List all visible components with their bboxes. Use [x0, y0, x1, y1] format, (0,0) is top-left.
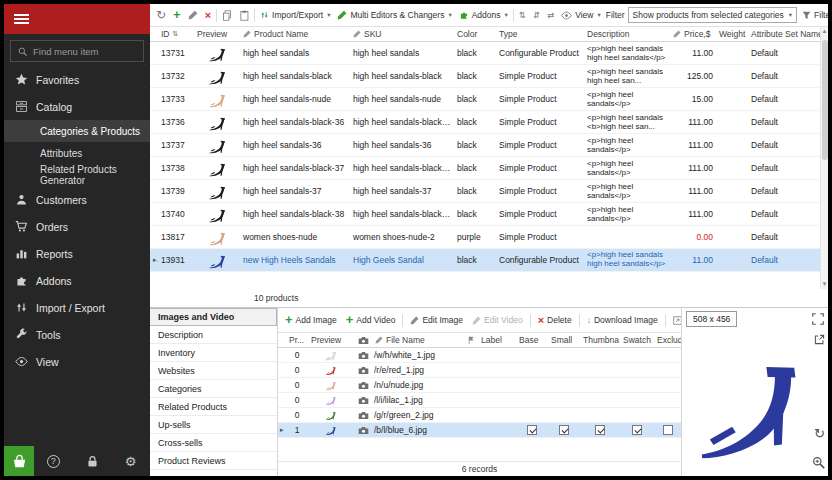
- column-header-description[interactable]: Description: [584, 29, 670, 39]
- import-export-menu[interactable]: Import/Export▾: [258, 9, 332, 21]
- column-header-id[interactable]: ID⇅: [158, 29, 194, 39]
- copy-button[interactable]: [220, 9, 234, 22]
- main-menu-button[interactable]: [4, 4, 150, 34]
- tab-up-sells[interactable]: Up-sells: [150, 416, 277, 434]
- menu-search-input[interactable]: Find menu item: [10, 40, 144, 62]
- sidebar-item-favorites[interactable]: Favorites: [4, 66, 150, 93]
- swatch-checkbox[interactable]: [632, 425, 642, 435]
- sidebar-item-tools[interactable]: Tools: [4, 321, 150, 348]
- image-row[interactable]: 0 /l/i/lilac_1.jpg: [278, 393, 681, 408]
- filters-menu[interactable]: Filters▾: [800, 9, 828, 21]
- view-menu[interactable]: View▾: [559, 9, 603, 22]
- edit-product-button[interactable]: [186, 9, 200, 21]
- image-row[interactable]: 0 /r/e/red_1.jpg: [278, 363, 681, 378]
- grouping-button[interactable]: ⇄: [545, 9, 556, 21]
- sidebar-item-categories-products[interactable]: Categories & Products: [4, 120, 150, 142]
- addons-menu[interactable]: Addons▾: [457, 9, 510, 21]
- lock-button[interactable]: [73, 455, 112, 468]
- sidebar-item-orders[interactable]: Orders: [4, 213, 150, 240]
- product-row[interactable]: 13739 high heel sandals-37high heel sand…: [150, 180, 820, 203]
- sidebar-item-catalog[interactable]: Catalog: [4, 93, 150, 120]
- category-filter-select[interactable]: Show products from selected categories ▾: [628, 7, 797, 23]
- tab-product-reviews[interactable]: Product Reviews: [150, 452, 277, 470]
- open-external-button[interactable]: [814, 334, 825, 345]
- column-header-label[interactable]: Label: [478, 335, 516, 345]
- sidebar-item-view[interactable]: View: [4, 348, 150, 375]
- sidebar-item-reports[interactable]: Reports: [4, 240, 150, 267]
- column-header-small[interactable]: Small: [548, 335, 580, 345]
- scrollbar-thumb[interactable]: [822, 40, 828, 160]
- help-button[interactable]: ?: [34, 455, 73, 468]
- column-header-attribute-set[interactable]: Attribute Set Name: [748, 29, 820, 39]
- thumbnail-checkbox[interactable]: [595, 425, 605, 435]
- paste-button[interactable]: [237, 9, 251, 22]
- product-row[interactable]: 13736 high heel sandals-black-36high hee…: [150, 111, 820, 134]
- column-header-weight[interactable]: Weight: [716, 29, 748, 39]
- zoom-image-button[interactable]: [812, 456, 825, 469]
- set-resize-rule-button[interactable]: Set Resize Rule: [671, 314, 681, 326]
- image-row[interactable]: 0 /w/h/white_1.jpg: [278, 348, 681, 363]
- row-expander[interactable]: ▸: [278, 426, 286, 434]
- column-header-price[interactable]: Price,$: [670, 29, 716, 39]
- sort-descending-button[interactable]: ⇵: [531, 9, 542, 21]
- tab-images-and-video[interactable]: Images and Video: [150, 308, 277, 326]
- download-image-button[interactable]: ↓Download Image: [585, 314, 660, 326]
- column-header-product-name[interactable]: Product Name: [240, 29, 350, 39]
- tab-inventory[interactable]: Inventory: [150, 344, 277, 362]
- exclude-checkbox[interactable]: [663, 425, 673, 435]
- add-video-button[interactable]: +Add Video: [344, 314, 398, 326]
- product-row[interactable]: 13740 high heel sandals-black-38high hee…: [150, 203, 820, 226]
- edit-video-button[interactable]: Edit Video: [470, 314, 525, 326]
- delete-product-button[interactable]: ×: [203, 9, 213, 22]
- product-row[interactable]: 13732 high heel sandals-blackhigh heel s…: [150, 65, 820, 88]
- product-row[interactable]: 13738 high heel sandals-black-37high hee…: [150, 157, 820, 180]
- column-header-thumbnail[interactable]: Thumbna: [580, 335, 620, 345]
- column-header-sku[interactable]: SKU: [350, 29, 454, 39]
- sidebar-item-customers[interactable]: Customers: [4, 186, 150, 213]
- camera-column-header[interactable]: [354, 336, 372, 345]
- preview-image-area[interactable]: [682, 330, 828, 476]
- tab-websites[interactable]: Websites: [150, 362, 277, 380]
- sidebar-item-addons[interactable]: Addons: [4, 267, 150, 294]
- product-row[interactable]: 13817 women shoes-nudewomen shoes-nude-2…: [150, 226, 820, 249]
- sidebar-item-import-export[interactable]: Import / Export: [4, 294, 150, 321]
- column-header-exclude[interactable]: Exclude: [654, 335, 681, 345]
- tab-description[interactable]: Description: [150, 326, 277, 344]
- image-row[interactable]: 0 /n/u/nude.jpg: [278, 378, 681, 393]
- rotate-image-button[interactable]: ↻: [814, 427, 825, 440]
- column-header-color[interactable]: Color: [454, 29, 496, 39]
- column-header-type[interactable]: Type: [496, 29, 584, 39]
- store-button[interactable]: [4, 446, 34, 476]
- scroll-down-icon[interactable]: ▼: [822, 280, 828, 289]
- delete-image-button[interactable]: ×Delete: [536, 314, 574, 327]
- small-checkbox[interactable]: [559, 425, 569, 435]
- column-header-file-name[interactable]: File Name: [372, 335, 464, 345]
- base-checkbox[interactable]: [527, 425, 537, 435]
- tab-categories[interactable]: Categories: [150, 380, 277, 398]
- products-scrollbar[interactable]: ▲ ▼: [820, 27, 828, 289]
- edit-image-button[interactable]: Edit Image: [408, 314, 465, 326]
- sidebar-item-attributes[interactable]: Attributes: [4, 142, 150, 164]
- product-row[interactable]: 13731 high heel sandalshigh heel sandals…: [150, 42, 820, 65]
- product-row[interactable]: 13737 high heel sandals-36high heel sand…: [150, 134, 820, 157]
- column-header-base[interactable]: Base: [516, 335, 548, 345]
- refresh-button[interactable]: ↻: [154, 8, 168, 22]
- add-product-button[interactable]: +: [171, 9, 183, 21]
- product-row[interactable]: ▸13931 new High Heels SandalsHigh Geels …: [150, 249, 820, 272]
- column-header-preview[interactable]: Preview: [194, 29, 240, 39]
- tab-cross-sells[interactable]: Cross-sells: [150, 434, 277, 452]
- sort-ascending-button[interactable]: ⇅: [517, 9, 528, 21]
- fullscreen-button[interactable]: [812, 313, 824, 325]
- column-header-image-preview[interactable]: Preview: [308, 335, 354, 345]
- product-row[interactable]: 13733 high heel sandals-nudehigh heel sa…: [150, 88, 820, 111]
- sidebar-item-related-products-generator[interactable]: Related Products Generator: [4, 164, 150, 186]
- multi-editors-menu[interactable]: Multi Editors & Changers▾: [335, 9, 453, 21]
- image-row[interactable]: 0 /g/r/green_2.jpg: [278, 408, 681, 423]
- tab-related-products[interactable]: Related Products: [150, 398, 277, 416]
- column-header-priority[interactable]: Pr...▾: [286, 335, 308, 345]
- add-image-button[interactable]: +Add Image: [283, 314, 339, 326]
- flag-column-header[interactable]: [464, 336, 478, 345]
- image-row[interactable]: ▸1 /b/l/blue_6.jpg: [278, 423, 681, 438]
- column-header-swatch[interactable]: Swatch: [620, 335, 654, 345]
- scroll-up-icon[interactable]: ▲: [822, 27, 828, 36]
